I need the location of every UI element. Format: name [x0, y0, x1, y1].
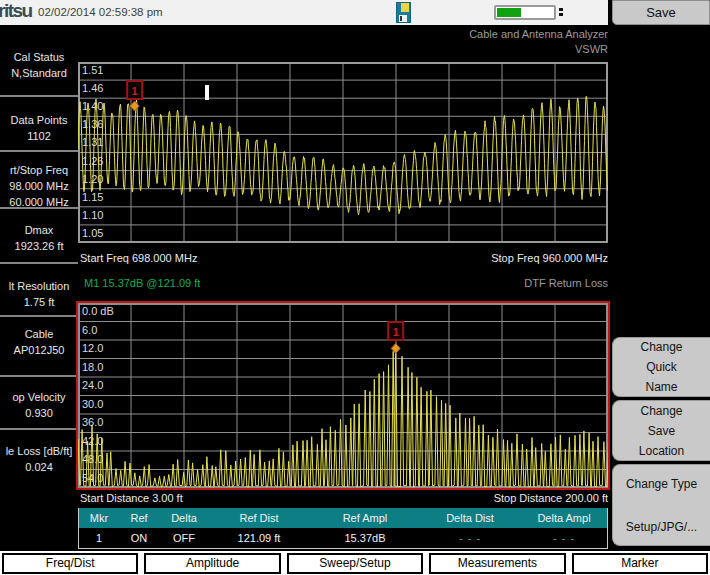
dtf-chart[interactable]: 0.0 dB6.012.018.024.030.036.042.048.054.… [78, 303, 608, 488]
table-cell: - - - [519, 528, 609, 548]
sidebar-separator [0, 262, 78, 264]
vswr-trace [78, 97, 608, 215]
marker-table-header: MkrRefDeltaRef DistRef AmplDelta DistDel… [79, 508, 607, 528]
floppy-disk-icon [396, 2, 411, 27]
column-header-delta: Delta [159, 508, 209, 528]
sidebar-line: Cal Status [0, 49, 78, 65]
marker-diamond [391, 343, 400, 353]
marker-number: 1 [393, 326, 399, 338]
table-cell: - - - [421, 528, 519, 548]
sidebar-line: N,Standard [0, 65, 78, 81]
sidebar-item-cal-status: Cal StatusN,Standard [0, 49, 78, 81]
softkey-label: Location [639, 441, 684, 461]
battery-indicator [494, 5, 556, 20]
menu-button-marker[interactable]: Marker [572, 553, 708, 574]
sidebar-separator [0, 428, 78, 430]
table-cell: 121.09 ft [209, 528, 309, 548]
marker-number: 1 [132, 85, 138, 97]
sidebar-item-le-loss-db-ft: le Loss [dB/ft]0.024 [0, 443, 78, 475]
table-cell: 1 [79, 528, 119, 548]
menu-button-sweep-setup[interactable]: Sweep/Setup [287, 553, 423, 574]
sidebar-line: lt Resolution [0, 278, 78, 294]
sidebar-line: Dmax [0, 222, 78, 238]
battery-level-fill [497, 8, 521, 17]
softkey-label: Change [640, 337, 682, 357]
dtf-chart-title: DTF Return Loss [78, 277, 608, 289]
sidebar-line: 1.75 ft [0, 294, 78, 310]
sidebar-item-rt-stop-freq: rt/Stop Freq98.000 MHz60.000 MHz [0, 162, 78, 210]
battery-terminal [559, 8, 563, 11]
column-header-delta-dist: Delta Dist [421, 508, 519, 528]
sidebar-item-lt-resolution: lt Resolution1.75 ft [0, 278, 78, 310]
marker-table-row: 1ONOFF121.09 ft15.37dB- - -- - - [79, 528, 607, 548]
sidebar-item-op-velocity: op Velocity0.930 [0, 389, 78, 421]
sidebar-line: 1923.26 ft [0, 238, 78, 254]
analyzer-screen: ritsu 02/02/2014 02:59:38 pm Save Cal St… [0, 0, 710, 575]
sidebar-item-cable: CableAP012J50 [0, 326, 78, 358]
battery-terminal [559, 13, 563, 16]
sidebar-line: AP012J50 [0, 342, 78, 358]
menu-button-freq-dist[interactable]: Freq/Dist [2, 553, 138, 574]
bottom-menu-bar: Freq/DistAmplitudeSweep/SetupMeasurement… [0, 551, 710, 575]
white-cursor-bar [205, 85, 209, 100]
column-header-delta-ampl: Delta Ampl [519, 508, 609, 528]
column-header-ref-dist: Ref Dist [209, 508, 309, 528]
column-header-mkr: Mkr [79, 508, 119, 528]
save-button[interactable]: Save [612, 0, 710, 25]
stop-distance-label: Stop Distance 200.00 ft [78, 492, 608, 504]
softkey-change-quick-name[interactable]: ChangeQuickName [612, 337, 710, 397]
datetime-display: 02/02/2014 02:59:38 pm [38, 6, 163, 18]
sidebar-separator [0, 207, 78, 209]
dtf-chart-frame: 0.0 dB6.012.018.024.030.036.042.048.054.… [76, 301, 610, 490]
softkey-label: Setup/JPG/... [626, 517, 697, 537]
dtf-trace-layer: 1 [78, 303, 608, 488]
softkey-label: Change [640, 401, 682, 421]
softkey-label: Change Type [626, 474, 697, 494]
table-cell: ON [119, 528, 159, 548]
sidebar-item-dmax: Dmax1923.26 ft [0, 222, 78, 254]
sidebar-separator [0, 315, 78, 317]
sidebar-separator [0, 150, 78, 152]
sidebar-line: Cable [0, 326, 78, 342]
sidebar-line: 0.930 [0, 405, 78, 421]
vswr-chart[interactable]: 1.511.461.401.361.311.261.201.151.101.05… [78, 62, 608, 243]
softkey-label: Save [648, 421, 675, 441]
sidebar-separator [0, 375, 78, 377]
sidebar-line: op Velocity [0, 389, 78, 405]
sidebar-line: 1102 [0, 128, 78, 144]
sidebar-line: 98.000 MHz [0, 178, 78, 194]
softkey-label: Quick [646, 357, 677, 377]
menu-button-amplitude[interactable]: Amplitude [144, 553, 280, 574]
dtf-trace [78, 350, 608, 487]
menu-button-measurements[interactable]: Measurements [429, 553, 565, 574]
sidebar-line: Data Points [0, 112, 78, 128]
sidebar-line: rt/Stop Freq [0, 162, 78, 178]
column-header-ref: Ref [119, 508, 159, 528]
top-status-bar: ritsu 02/02/2014 02:59:38 pm [0, 0, 608, 25]
softkey-change-type-setup-jpg[interactable]: Change TypeSetup/JPG/... [612, 464, 710, 546]
column-header-ref-ampl: Ref Ampl [309, 508, 421, 528]
measurement-mode-label: VSWR [78, 43, 608, 55]
sidebar-line: 0.024 [0, 459, 78, 475]
softkey-change-save-location[interactable]: ChangeSaveLocation [612, 400, 710, 461]
marker-table: MkrRefDeltaRef DistRef AmplDelta DistDel… [78, 508, 608, 549]
softkey-label: Name [645, 377, 677, 397]
stop-freq-label: Stop Freq 960.000 MHz [78, 252, 608, 264]
vswr-trace-layer: 1 [78, 62, 608, 243]
table-cell: 15.37dB [309, 528, 421, 548]
app-title: Cable and Antenna Analyzer [78, 28, 608, 40]
marker-diamond [130, 101, 139, 111]
sidebar-item-data-points: Data Points1102 [0, 112, 78, 144]
sidebar-separator [0, 95, 78, 97]
sidebar-line: le Loss [dB/ft] [0, 443, 78, 459]
anritsu-logo: ritsu [0, 0, 32, 22]
table-cell: OFF [159, 528, 209, 548]
